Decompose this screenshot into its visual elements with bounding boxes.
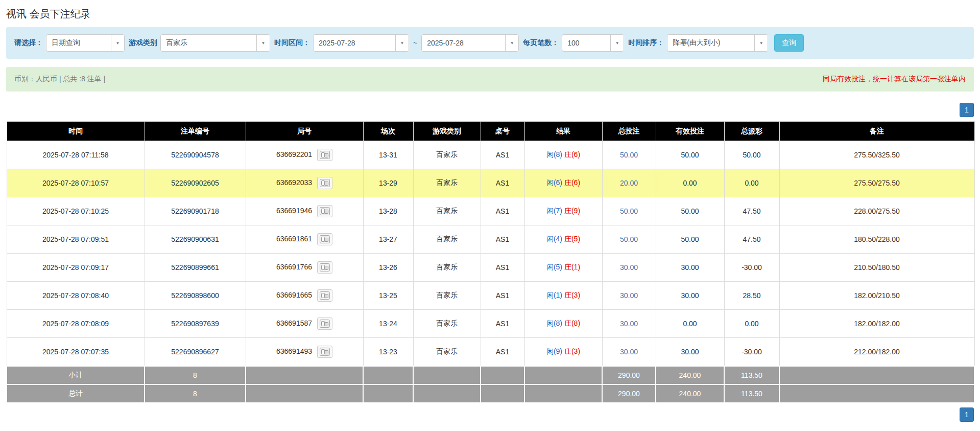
footer-label-cell: 小计	[7, 366, 145, 384]
valid-bet-cell: 50.00	[656, 225, 724, 254]
date-to-select[interactable]: 2025-07-28 ▼	[421, 34, 519, 52]
round-video-icon[interactable]	[317, 149, 332, 161]
total-bet-link[interactable]: 30.00	[620, 291, 638, 300]
total-bet-link[interactable]: 30.00	[620, 263, 638, 271]
total-bet-link[interactable]: 50.00	[620, 151, 638, 159]
total-bet-cell: 30.00	[602, 338, 656, 366]
page-button-1[interactable]: 1	[960, 407, 974, 422]
banker-result: 庄(6)	[564, 150, 580, 158]
bet-id-cell: 522690902605	[145, 169, 246, 197]
page-size-select[interactable]: 100 ▼	[562, 34, 624, 52]
table-row: 2025-07-28 07:10:57522690902605636692033…	[7, 169, 974, 197]
session-cell: 13-27	[363, 225, 413, 254]
result-cell: 闲(1) 庄(3)	[524, 282, 602, 310]
session-cell: 13-31	[363, 141, 413, 169]
round-id-cell: 636692033	[246, 169, 363, 197]
round-id-cell: 636692201	[246, 141, 363, 169]
player-result: 闲(7)	[546, 207, 562, 215]
session-cell: 13-28	[363, 197, 413, 225]
game-type-select[interactable]: 百家乐 ▼	[160, 34, 270, 52]
footer-count-cell: 8	[145, 384, 246, 403]
game-type-cell: 百家乐	[413, 141, 481, 169]
records-body: 2025-07-28 07:11:58522690904578636692201…	[7, 141, 974, 403]
total-bet-link[interactable]: 30.00	[620, 348, 638, 356]
game-type-cell: 百家乐	[413, 310, 481, 338]
banker-result: 庄(1)	[564, 263, 580, 271]
search-button[interactable]: 查询	[774, 34, 804, 52]
page-size-value: 100	[562, 35, 610, 51]
footer-count-cell: 8	[145, 366, 246, 384]
remark-cell: 180.50/228.00	[779, 225, 974, 254]
chevron-down-icon: ▼	[754, 35, 768, 51]
game-type-label: 游戏类别	[129, 38, 157, 48]
game-type-cell: 百家乐	[413, 197, 481, 225]
pagination-top: 1	[6, 103, 974, 117]
time-cell: 2025-07-28 07:09:17	[7, 254, 145, 282]
summary-bar: 币别：人民币 | 总共 :8 注单 | 同局有效投注，统一计算在该局第一张注单内	[6, 67, 974, 92]
betting-records-page: 视讯 会员下注纪录 请选择： 日期查询 ▼ 游戏类别 百家乐 ▼ 时间区间：	[0, 0, 980, 431]
game-type-cell: 百家乐	[413, 169, 481, 197]
page-size-label: 每页笔数：	[523, 38, 559, 48]
valid-bet-cell: 30.00	[656, 282, 724, 310]
payout-cell: 0.00	[724, 169, 779, 197]
valid-bet-cell: 30.00	[656, 338, 724, 366]
total-bet-cell: 20.00	[602, 169, 656, 197]
player-result: 闲(4)	[546, 235, 562, 243]
round-video-icon[interactable]	[317, 205, 332, 217]
time-range-field: 时间区间： 2025-07-28 ▼ ~ 2025-07-28 ▼	[274, 34, 519, 52]
valid-bet-cell: 50.00	[656, 197, 724, 225]
date-mode-select[interactable]: 日期查询 ▼	[46, 34, 125, 52]
valid-bet-cell: 0.00	[656, 169, 724, 197]
valid-bet-cell: 50.00	[656, 141, 724, 169]
footer-label-cell: 总计	[7, 384, 145, 403]
session-cell: 13-23	[363, 338, 413, 366]
round-video-icon[interactable]	[317, 317, 332, 330]
column-header: 总派彩	[724, 122, 779, 141]
total-bet-link[interactable]: 30.00	[620, 320, 638, 328]
round-id: 636692201	[276, 150, 312, 158]
session-cell: 13-24	[363, 310, 413, 338]
total-bet-cell: 30.00	[602, 282, 656, 310]
table-no-cell: AS1	[481, 254, 524, 282]
total-bet-cell: 50.00	[602, 225, 656, 254]
round-video-icon[interactable]	[317, 177, 332, 189]
chevron-down-icon: ▼	[610, 35, 624, 51]
table-no-cell: AS1	[481, 282, 524, 310]
time-cell: 2025-07-28 07:10:25	[7, 197, 145, 225]
game-type-cell: 百家乐	[413, 282, 481, 310]
player-result: 闲(1)	[546, 291, 562, 299]
page-button-1[interactable]: 1	[960, 103, 974, 117]
table-row: 2025-07-28 07:10:25522690901718636691946…	[7, 197, 974, 225]
sort-value: 降幂(由大到小)	[667, 35, 754, 51]
column-header: 总投注	[602, 122, 656, 141]
total-bet-link[interactable]: 20.00	[620, 179, 638, 187]
grand-total-row: 总计8290.00240.00113.50	[7, 384, 974, 403]
sort-select[interactable]: 降幂(由大到小) ▼	[667, 34, 768, 52]
column-header: 桌号	[481, 122, 524, 141]
total-bet-link[interactable]: 50.00	[620, 207, 638, 215]
chevron-down-icon: ▼	[395, 35, 409, 51]
banker-result: 庄(8)	[564, 319, 580, 327]
valid-bet-cell: 30.00	[656, 254, 724, 282]
game-type-cell: 百家乐	[413, 338, 481, 366]
table-row: 2025-07-28 07:09:51522690900631636691861…	[7, 225, 974, 254]
round-video-icon[interactable]	[317, 233, 332, 245]
chevron-down-icon: ▼	[505, 35, 518, 51]
column-header: 有效投注	[656, 122, 724, 141]
round-video-icon[interactable]	[317, 346, 332, 358]
result-cell: 闲(5) 庄(1)	[524, 254, 602, 282]
time-cell: 2025-07-28 07:08:40	[7, 282, 145, 310]
column-header: 时间	[7, 122, 145, 141]
remark-cell: 210.50/180.50	[779, 254, 974, 282]
total-bet-link[interactable]: 50.00	[620, 235, 638, 243]
table-no-cell: AS1	[481, 169, 524, 197]
total-bet-cell: 30.00	[602, 254, 656, 282]
table-no-cell: AS1	[481, 197, 524, 225]
date-from-select[interactable]: 2025-07-28 ▼	[313, 34, 409, 52]
round-video-icon[interactable]	[317, 289, 332, 302]
round-id: 636691493	[276, 347, 312, 355]
round-id: 636691766	[276, 263, 312, 271]
date-to-value: 2025-07-28	[422, 35, 505, 51]
round-video-icon[interactable]	[317, 261, 332, 274]
footer-total-bet-cell: 290.00	[602, 366, 656, 384]
